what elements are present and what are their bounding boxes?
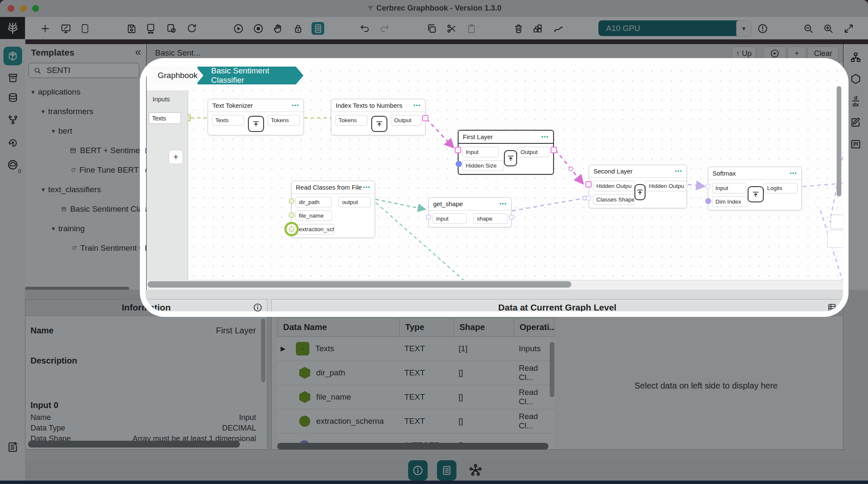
table-row-extraction-schema[interactable]: extraction_schema TEXT [] Read Cl... bbox=[277, 409, 555, 434]
tab-basic-sentiment[interactable]: Basic Sent... bbox=[155, 48, 200, 58]
output-pin[interactable]: Logits bbox=[764, 183, 798, 193]
open-subgraph-icon[interactable] bbox=[504, 150, 517, 166]
add-tab-button[interactable]: + bbox=[787, 46, 806, 61]
new-graph-button[interactable] bbox=[39, 22, 51, 35]
col-data-name[interactable]: Data Name bbox=[278, 318, 399, 336]
output-connector-pink[interactable] bbox=[422, 115, 428, 121]
output-pin[interactable]: Tokens bbox=[267, 115, 300, 126]
graph-canvas[interactable]: Basic Sentiment Classifier Graphbook Inp… bbox=[146, 63, 843, 290]
node-menu-icon[interactable]: ⋯ bbox=[292, 101, 299, 110]
paste-button[interactable] bbox=[465, 22, 478, 35]
info-view-button[interactable] bbox=[408, 460, 428, 481]
tree-item-fine-tune-bert[interactable]: Fine Tune BERT w bbox=[25, 160, 147, 180]
input-pin[interactable]: Input bbox=[462, 147, 499, 157]
tree-item-bert-sentiment[interactable]: BERT + Sentiment bbox=[25, 141, 147, 160]
open-subgraph-icon[interactable] bbox=[371, 116, 387, 132]
input-connector-lavender[interactable] bbox=[586, 196, 591, 201]
table-icon[interactable] bbox=[827, 302, 837, 313]
tree-item-text-classifiers[interactable]: ▾text_classifiers bbox=[25, 180, 147, 199]
sync-button[interactable] bbox=[185, 22, 198, 35]
caret-down-icon[interactable]: ▾ bbox=[52, 127, 55, 135]
data-vscrollbar[interactable] bbox=[550, 342, 554, 397]
input-connector-lavender[interactable] bbox=[705, 184, 710, 189]
tree-item-transformers[interactable]: ▾transformers bbox=[25, 102, 147, 121]
node-first-layer[interactable]: First Layer⋯ Input Hidden Size Output bbox=[458, 130, 554, 175]
branch-rail-button[interactable] bbox=[3, 110, 22, 129]
data-hscrollbar[interactable] bbox=[277, 443, 548, 450]
alert-info-button[interactable] bbox=[756, 22, 769, 35]
input-pin[interactable]: dir_path bbox=[295, 197, 332, 207]
info-hscrollbar[interactable] bbox=[28, 441, 240, 448]
connector-button[interactable] bbox=[552, 22, 565, 35]
node-menu-icon[interactable]: ⋯ bbox=[499, 199, 507, 208]
output-pin[interactable]: Output bbox=[517, 147, 549, 157]
output-connector-pink[interactable] bbox=[551, 147, 557, 153]
input-pin[interactable]: Dim Index bbox=[712, 196, 748, 207]
cloud-status-rail-button[interactable]: 0 bbox=[3, 156, 22, 174]
open-subgraph-icon[interactable] bbox=[248, 116, 264, 132]
col-type[interactable]: Type bbox=[399, 318, 453, 336]
up-level-button[interactable]: ↑ Up bbox=[732, 46, 756, 61]
input-pin[interactable]: Classes Shape bbox=[593, 194, 634, 205]
input-connector-olive[interactable] bbox=[289, 198, 295, 204]
node-menu-icon[interactable]: ⋯ bbox=[541, 132, 549, 141]
output-connector-lavender[interactable] bbox=[509, 215, 514, 220]
caret-down-icon[interactable]: ▾ bbox=[42, 186, 45, 193]
org-chart-tool-button[interactable] bbox=[849, 50, 862, 64]
collapse-panel-icon[interactable]: « bbox=[135, 46, 141, 58]
table-row-dir-path[interactable]: dir_path TEXT [] Read Cl... bbox=[277, 361, 555, 385]
file-shield-button[interactable] bbox=[165, 22, 178, 35]
open-subgraph-icon[interactable] bbox=[748, 186, 764, 202]
lock-button[interactable] bbox=[292, 22, 304, 35]
fullscreen-button[interactable] bbox=[842, 22, 855, 35]
database-rail-button[interactable] bbox=[3, 88, 22, 107]
input-connector-pink[interactable] bbox=[585, 181, 592, 187]
input-pin[interactable]: Hidden Outpu bbox=[593, 181, 634, 191]
node-text-tokenizer[interactable]: Text Tokenizer⋯ Texts Tokens bbox=[208, 99, 304, 135]
pan-hand-button[interactable] bbox=[272, 22, 284, 35]
input-pin[interactable]: Texts bbox=[212, 115, 244, 126]
caret-down-icon[interactable]: ▾ bbox=[42, 108, 45, 115]
node-menu-icon[interactable]: ⋯ bbox=[675, 167, 682, 176]
derivative-tool-button[interactable]: ddx bbox=[849, 94, 862, 108]
device-selector-arrow[interactable]: ▼ bbox=[736, 20, 751, 37]
cut-button[interactable] bbox=[445, 22, 458, 35]
input-pin[interactable]: Input bbox=[712, 183, 746, 193]
zoom-in-button[interactable] bbox=[822, 22, 835, 35]
graph-network-button[interactable] bbox=[466, 460, 485, 481]
search-input[interactable] bbox=[46, 65, 128, 76]
node-menu-icon[interactable]: ⋯ bbox=[363, 183, 370, 192]
open-subgraph-icon[interactable] bbox=[634, 184, 645, 200]
stop-button[interactable] bbox=[252, 22, 264, 35]
node-index-texts-to-numbers[interactable]: Index Texts to Numbers⋯ Tokens Output bbox=[331, 99, 426, 135]
group-nodes-button[interactable] bbox=[531, 22, 544, 35]
template-search[interactable] bbox=[28, 63, 139, 78]
input-pin[interactable]: Tokens bbox=[335, 115, 367, 126]
hexagon-tool-button[interactable] bbox=[849, 72, 862, 86]
node-softmax[interactable]: Softmax⋯ Input Dim Index Logits bbox=[708, 167, 802, 210]
canvas-vscrollbar[interactable] bbox=[837, 86, 841, 196]
input-pin[interactable]: Hidden Size bbox=[462, 160, 504, 171]
col-operation[interactable]: Operati... bbox=[514, 318, 554, 336]
node-get-shape[interactable]: get_shape⋯ input shape bbox=[428, 197, 512, 227]
device-selector[interactable]: A10 GPU bbox=[598, 20, 743, 36]
graph-view-rail-button[interactable] bbox=[3, 47, 22, 65]
partial-node[interactable] bbox=[831, 215, 843, 229]
row-expander-icon[interactable]: ▶ bbox=[281, 345, 290, 353]
caret-down-icon[interactable]: ▾ bbox=[31, 88, 35, 96]
input-pin[interactable]: input bbox=[433, 213, 467, 224]
pin-sync-rail-button[interactable] bbox=[3, 133, 22, 152]
node-menu-icon[interactable]: ⋯ bbox=[790, 169, 797, 178]
partial-node[interactable] bbox=[827, 230, 843, 248]
info-vscrollbar[interactable] bbox=[261, 319, 265, 382]
delete-button[interactable] bbox=[512, 22, 525, 35]
tree-item-train-sentiment[interactable]: Train Sentiment Cl bbox=[25, 238, 147, 258]
terminal-sliders-button[interactable] bbox=[849, 137, 862, 151]
input-connector-pink[interactable] bbox=[455, 147, 461, 153]
node-read-classes-from-file[interactable]: Read Classes from File⋯ dir_path file_na… bbox=[291, 181, 375, 238]
input-connector-olive[interactable] bbox=[289, 212, 295, 218]
tree-item-basic-sentiment[interactable]: Basic Sentiment Clas bbox=[25, 199, 147, 219]
breadcrumb-root[interactable]: Graphbook bbox=[149, 67, 203, 84]
node-second-layer[interactable]: Second Layer⋯ Hidden Outpu Classes Shape… bbox=[589, 165, 687, 208]
archive-rail-button[interactable] bbox=[3, 68, 22, 87]
